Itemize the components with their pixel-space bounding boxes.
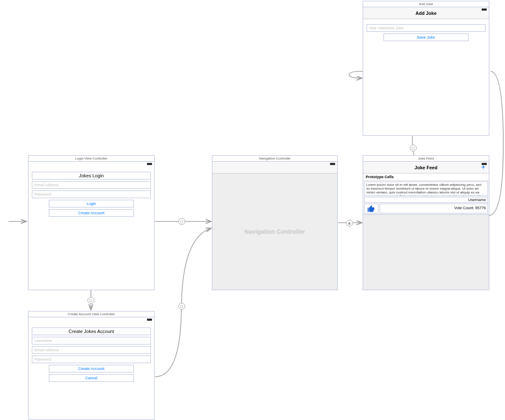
add-joke-scene[interactable]: Add Joke Add Joke Your Awesome Joke Save… bbox=[363, 1, 489, 136]
scene-title: Add Joke bbox=[363, 1, 489, 7]
email-field[interactable]: Email Address bbox=[32, 181, 151, 189]
battery-icon bbox=[482, 8, 487, 11]
segue-show-icon: ▢ bbox=[178, 303, 185, 310]
nav-title: Add Joke bbox=[415, 11, 437, 16]
username-field[interactable]: Username bbox=[32, 337, 151, 344]
username-label: Username bbox=[364, 197, 488, 203]
table-cell[interactable]: Lorem ipsum dolor sit er elit lamet, con… bbox=[363, 181, 489, 215]
segue-modal-icon: ▢ bbox=[87, 297, 94, 304]
navigation-controller-scene[interactable]: Navigation Controller Navigation Control… bbox=[212, 155, 338, 290]
login-button[interactable]: Login bbox=[49, 200, 134, 207]
create-header-label: Create Jokes Account bbox=[32, 328, 151, 335]
scene-title: Create Account View Controller bbox=[28, 311, 154, 317]
nav-title: Joke Feed bbox=[415, 165, 437, 170]
vote-count-label: Vote Count: 85776 bbox=[380, 204, 488, 213]
nav-placeholder-label: Navigation Controller bbox=[212, 174, 337, 290]
thumbs-up-icon[interactable] bbox=[364, 204, 378, 213]
battery-icon bbox=[147, 163, 152, 165]
cancel-button[interactable]: Cancel bbox=[49, 374, 134, 382]
email-field[interactable]: Email Address bbox=[32, 346, 151, 354]
battery-icon bbox=[330, 163, 335, 165]
login-header-label: Jokes Login bbox=[32, 172, 151, 179]
joke-input-field[interactable]: Your Awesome Joke bbox=[367, 24, 485, 32]
create-account-button[interactable]: Create Account bbox=[49, 209, 134, 217]
password-field[interactable]: Password bbox=[32, 190, 151, 198]
segue-show-icon: ▢ bbox=[178, 218, 185, 225]
save-joke-button[interactable]: Save Joke bbox=[384, 34, 468, 41]
battery-icon bbox=[147, 319, 152, 321]
joke-text-label: Lorem ipsum dolor sit er elit lamet, con… bbox=[364, 182, 488, 196]
segue-relationship-icon: ◐ bbox=[346, 220, 353, 227]
create-account-button[interactable]: Create Account bbox=[49, 365, 134, 372]
create-account-scene[interactable]: Create Account View Controller Create Jo… bbox=[28, 311, 155, 420]
scene-title: Login View Controller bbox=[28, 156, 154, 162]
segue-show-icon: ▢ bbox=[410, 145, 417, 151]
prototype-cells-header: Prototype Cells bbox=[363, 174, 489, 181]
joke-feed-scene[interactable]: Joke Feed Joke Feed + Prototype Cells Lo… bbox=[363, 155, 489, 290]
add-button[interactable]: + bbox=[481, 162, 485, 173]
scene-title: Navigation Controller bbox=[212, 156, 337, 162]
scene-title: Joke Feed bbox=[363, 156, 489, 162]
password-field[interactable]: Password bbox=[32, 356, 151, 363]
login-scene[interactable]: Login View Controller Jokes Login Email … bbox=[28, 155, 155, 290]
